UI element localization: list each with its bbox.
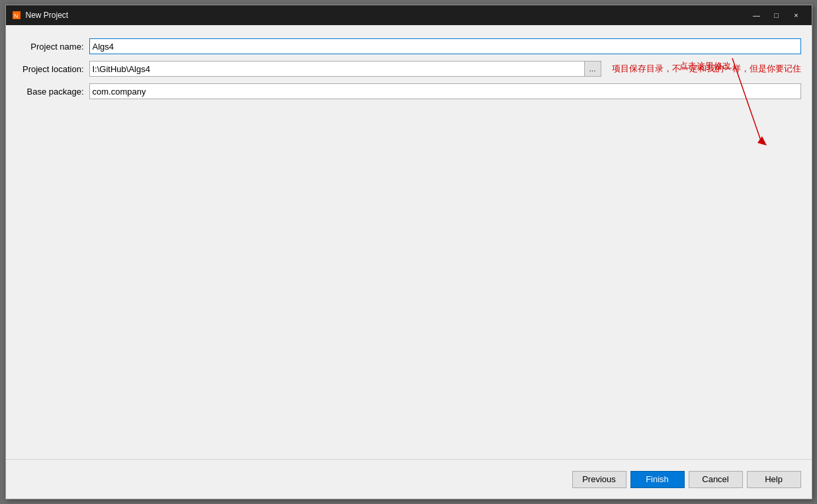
project-location-row: Project location: ... 项目保存目录，不一定和我的一样，但是… [17,61,801,77]
base-package-label: Base package: [17,87,89,97]
window-controls: — □ × [747,5,806,25]
cancel-button[interactable]: Cancel [689,471,743,488]
dialog-title: New Project [26,11,747,20]
project-name-row: Project name: [17,38,801,54]
browse-button[interactable]: ... [584,61,601,77]
dialog-icon: N [11,10,22,21]
project-name-label: Project name: [17,42,89,52]
project-location-label: Project location: [17,64,89,74]
project-name-input[interactable] [89,38,801,54]
finish-button[interactable]: Finish [630,471,685,488]
project-location-field-group: ... [89,61,601,77]
minimize-button[interactable]: — [747,5,767,25]
svg-marker-3 [757,136,767,146]
help-button[interactable]: Help [747,471,801,488]
project-location-input[interactable] [89,61,584,77]
title-bar: N New Project — □ × [6,5,812,25]
content-area: Project name: Project location: ... 项目保存… [6,25,812,459]
base-package-row: Base package: [17,83,801,99]
new-project-dialog: N New Project — □ × Project name: Projec… [5,5,812,499]
previous-button[interactable]: Previous [572,471,626,488]
close-button[interactable]: × [787,5,806,25]
location-annotation: 项目保存目录，不一定和我的一样，但是你要记住 [612,63,801,75]
base-package-input[interactable] [89,83,801,99]
svg-text:N: N [14,13,19,19]
maximize-button[interactable]: □ [767,5,787,25]
dialog-footer: Previous Finish Cancel Help [6,459,812,499]
